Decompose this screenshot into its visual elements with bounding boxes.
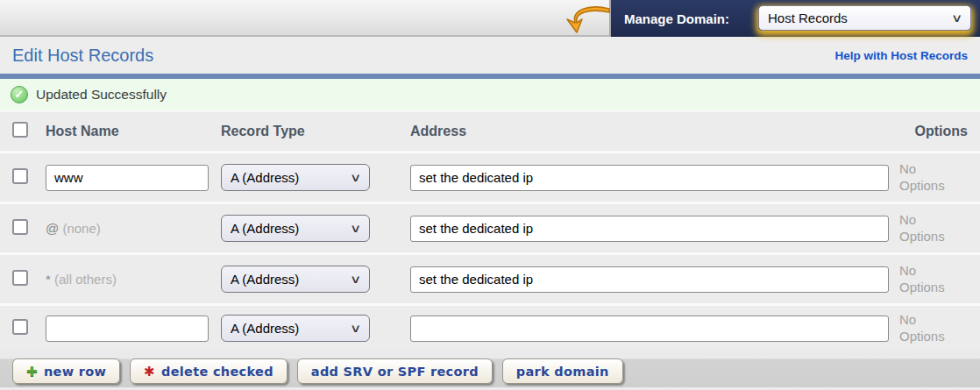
delete-checked-button[interactable]: ✱ delete checked <box>130 358 288 384</box>
row-checkbox[interactable] <box>12 219 28 235</box>
host-name-note: (all others) <box>54 272 117 287</box>
row-options-text: No Options <box>899 212 962 245</box>
record-type-select[interactable]: A (Address) ∨ <box>221 215 370 242</box>
plus-icon: ✚ <box>26 364 38 379</box>
select-all-checkbox[interactable] <box>12 122 28 138</box>
table-row: A (Address) ∨ No Options <box>0 153 980 204</box>
address-input[interactable] <box>410 266 889 293</box>
row-checkbox[interactable] <box>12 270 28 286</box>
host-name-input[interactable] <box>46 316 209 342</box>
record-type-select[interactable]: A (Address) ∨ <box>221 315 370 342</box>
nav-left-panel <box>0 0 611 37</box>
row-checkbox[interactable] <box>12 168 28 184</box>
row-options-text: No Options <box>899 263 962 296</box>
manage-domain-select[interactable]: Host Records ∨ <box>758 5 971 31</box>
new-row-button[interactable]: ✚ new row <box>12 358 120 384</box>
chevron-down-icon: ∨ <box>351 171 362 184</box>
chevron-down-icon: ∨ <box>952 11 963 25</box>
chevron-down-icon: ∨ <box>351 273 362 286</box>
address-input[interactable] <box>410 165 889 191</box>
help-link[interactable]: Help with Host Records <box>834 49 968 62</box>
record-type-value: A (Address) <box>231 170 299 185</box>
table-header-row: Host Name Record Type Address Options <box>0 112 980 153</box>
column-header-host-name: Host Name <box>46 124 221 139</box>
record-type-value: A (Address) <box>231 221 299 236</box>
table-row: * (all others) A (Address) ∨ No Options <box>0 255 980 306</box>
status-message: Updated Successfully <box>36 87 167 103</box>
new-row-button-label: new row <box>44 365 106 379</box>
record-type-select[interactable]: A (Address) ∨ <box>221 164 370 191</box>
host-name-note: (none) <box>62 221 100 236</box>
record-type-value: A (Address) <box>231 321 299 336</box>
record-type-value: A (Address) <box>231 272 299 287</box>
add-srv-spf-button[interactable]: add SRV or SPF record <box>297 358 493 384</box>
delete-checked-button-label: delete checked <box>161 365 273 379</box>
status-message-bar: ✓ Updated Successfully <box>0 79 980 112</box>
chevron-down-icon: ∨ <box>351 322 362 335</box>
success-check-icon: ✓ <box>11 86 28 103</box>
park-domain-button[interactable]: park domain <box>502 358 623 384</box>
manage-domain-arrow-icon <box>559 3 614 36</box>
column-header-record-type: Record Type <box>221 124 410 139</box>
host-name-input[interactable] <box>46 165 209 191</box>
column-header-address: Address <box>410 124 899 139</box>
manage-domain-select-value: Host Records <box>768 11 848 25</box>
host-name-label: @ <box>46 221 59 236</box>
table-row: A (Address) ∨ No Options <box>0 306 980 351</box>
action-button-bar: ✚ new row ✱ delete checked add SRV or SP… <box>0 351 980 387</box>
manage-domain-label: Manage Domain: <box>624 0 729 37</box>
row-checkbox[interactable] <box>12 319 28 335</box>
park-domain-button-label: park domain <box>516 365 609 379</box>
address-input[interactable] <box>410 216 889 242</box>
row-options-text: No Options <box>899 312 962 345</box>
host-name-label: * <box>46 272 51 287</box>
record-type-select[interactable]: A (Address) ∨ <box>221 266 370 293</box>
address-input[interactable] <box>410 316 889 342</box>
title-bar: Edit Host Records Help with Host Records <box>0 37 980 74</box>
column-header-options: Options <box>899 124 980 139</box>
delete-asterisk-icon: ✱ <box>144 364 155 379</box>
top-nav-bar: Manage Domain: Host Records ∨ <box>0 0 980 37</box>
row-options-text: No Options <box>899 161 962 195</box>
page-title: Edit Host Records <box>12 46 153 66</box>
table-row: @ (none) A (Address) ∨ No Options <box>0 204 980 255</box>
chevron-down-icon: ∨ <box>351 222 362 235</box>
add-srv-spf-button-label: add SRV or SPF record <box>311 365 479 379</box>
